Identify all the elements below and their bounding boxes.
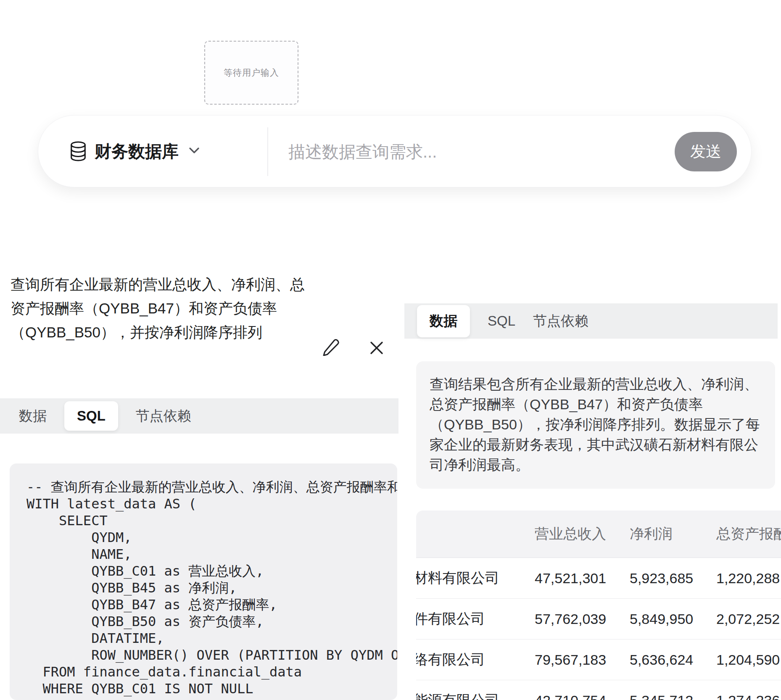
result-summary-box: 查询结果包含所有企业最新的营业总收入、净利润、 总资产报酬率（QYBB_B47）… (416, 361, 775, 489)
net-profit-cell: 5,923,685 (630, 558, 693, 598)
sql-line: DATATIME, (26, 630, 397, 647)
close-query-icon[interactable] (369, 340, 384, 355)
table-row: 件有限公司 57,762,039 5,849,950 2,072,252 (416, 598, 781, 639)
left-tab-deps[interactable]: 节点依赖 (136, 407, 191, 426)
company-cell: 材料有限公司 (416, 558, 540, 598)
sql-line: QYDM, (26, 529, 397, 546)
table-row: 络有限公司 79,567,183 5,636,624 1,204,590 (416, 639, 781, 680)
left-query-text: 查询所有企业最新的营业总收入、净利润、总 资产报酬率（QYBB_B47）和资产负… (11, 272, 330, 344)
sql-line: WITH latest_data AS ( (26, 495, 397, 512)
sql-line: ROW_NUMBER() OVER (PARTITION BY QYDM O (26, 647, 397, 663)
left-tab-data[interactable]: 数据 (19, 407, 47, 426)
waiting-label: 等待用户输入 (224, 67, 279, 79)
datasource-selector[interactable]: 财务数据库 (38, 140, 201, 163)
sql-line: QYBB_B50 as 资产负债率, (26, 613, 397, 630)
sql-line: QYBB_B47 as 总资产报酬率, (26, 596, 397, 613)
company-cell: 能源有限公司 (416, 680, 540, 700)
app-root: 等待用户输入 财务数据库 描述数据查询需求... 发送 (0, 0, 781, 700)
sql-line: SELECT (26, 512, 397, 529)
send-button[interactable]: 发送 (675, 132, 737, 171)
left-tab-sql[interactable]: SQL (64, 401, 118, 431)
query-line: 资产报酬率（QYBB_B47）和资产负债率 (11, 296, 330, 320)
column-header-revenue: 营业总收入 (535, 511, 606, 558)
query-text-input[interactable]: 描述数据查询需求... (288, 116, 692, 188)
table-header-row: 营业总收入 净利润 总资产报酬率 (416, 511, 781, 558)
right-tab-sql[interactable]: SQL (488, 313, 515, 329)
column-header-roa: 总资产报酬率 (716, 511, 781, 558)
input-divider (267, 127, 268, 176)
summary-line: 司净利润最高。 (430, 455, 775, 475)
chevron-down-icon (187, 145, 201, 157)
sql-line: FROM finance_data.financial_data (26, 663, 397, 680)
summary-line: 总资产报酬率（QYBB_B47）和资产负债率 (430, 394, 775, 414)
net-profit-cell: 5,345,712 (630, 680, 693, 700)
roa-cell: 2,072,252 (716, 599, 780, 639)
sql-line: WHERE QYBB_C01 IS NOT NULL (26, 680, 397, 697)
sql-code: -- 查询所有企业最新的营业总收入、净利润、总资产报酬率和 WITH lates… (10, 463, 397, 697)
edit-query-icon[interactable] (321, 337, 340, 356)
table-row: 材料有限公司 47,521,301 5,923,685 1,220,288 (416, 558, 781, 598)
net-profit-cell: 5,636,624 (630, 639, 693, 680)
sql-line: NAME, (26, 546, 397, 563)
summary-line: 查询结果包含所有企业最新的营业总收入、净利润、 (430, 374, 775, 394)
left-panel-tabbar: 数据 SQL 节点依赖 (0, 398, 398, 434)
summary-line: （QYBB_B50），按净利润降序排列。数据显示了每 (430, 414, 775, 434)
company-cell: 络有限公司 (416, 639, 540, 680)
table-row: 能源有限公司 42,710,754 5,345,712 1,274,236 (416, 680, 781, 700)
revenue-cell: 47,521,301 (535, 558, 606, 598)
waiting-for-input-node: 等待用户输入 (204, 41, 298, 105)
right-panel-tabbar: 数据 SQL 节点依赖 (404, 303, 778, 339)
revenue-cell: 42,710,754 (535, 680, 606, 700)
summary-line: 家企业的最新财务表现，其中武汉磺石新材料有限公 (430, 434, 775, 455)
result-summary-text: 查询结果包含所有企业最新的营业总收入、净利润、 总资产报酬率（QYBB_B47）… (416, 361, 775, 475)
column-header-net-profit: 净利润 (630, 511, 673, 558)
right-tab-data[interactable]: 数据 (417, 305, 470, 337)
sql-line: -- 查询所有企业最新的营业总收入、净利润、总资产报酬率和 (26, 479, 397, 495)
datasource-label: 财务数据库 (95, 140, 179, 163)
roa-cell: 1,274,236 (716, 680, 780, 700)
sql-line: QYBB_B45 as 净利润, (26, 579, 397, 596)
query-line: 查询所有企业最新的营业总收入、净利润、总 (11, 272, 330, 296)
sql-line: QYBB_C01 as 营业总收入, (26, 563, 397, 579)
query-line: （QYBB_B50），并按净利润降序排列 (11, 320, 330, 344)
roa-cell: 1,204,590 (716, 639, 780, 680)
sql-code-block: -- 查询所有企业最新的营业总收入、净利润、总资产报酬率和 WITH lates… (10, 463, 397, 700)
company-cell: 件有限公司 (416, 599, 540, 639)
revenue-cell: 57,762,039 (535, 599, 606, 639)
result-table: 营业总收入 净利润 总资产报酬率 材料有限公司 47,521,301 5,923… (416, 511, 781, 700)
right-tab-deps[interactable]: 节点依赖 (533, 312, 588, 331)
send-button-label: 发送 (690, 141, 721, 162)
revenue-cell: 79,567,183 (535, 639, 606, 680)
database-icon (69, 140, 88, 162)
query-input-bar: 财务数据库 描述数据查询需求... 发送 (38, 115, 752, 187)
net-profit-cell: 5,849,950 (630, 599, 693, 639)
roa-cell: 1,220,288 (716, 558, 780, 598)
